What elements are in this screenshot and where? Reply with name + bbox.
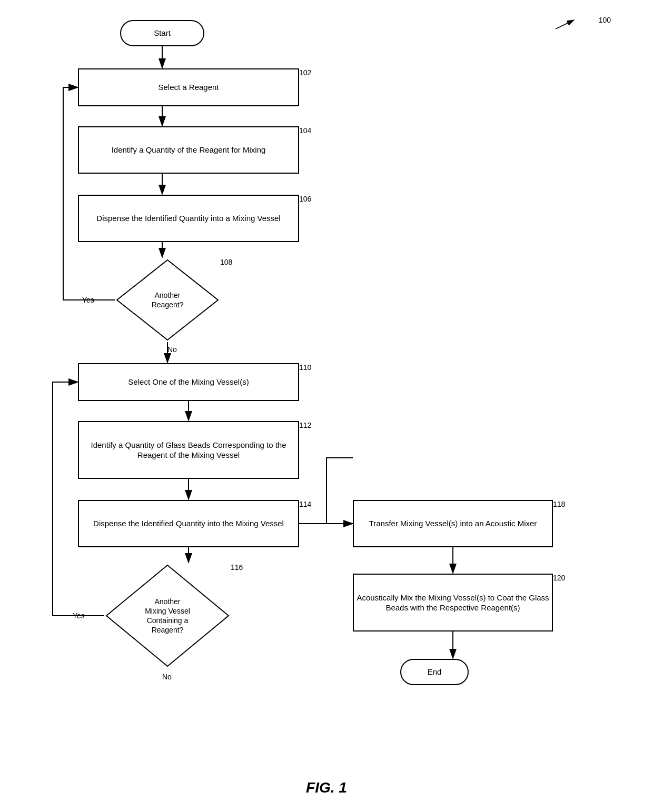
step-112: Identify a Quantity of Glass Beads Corre… — [78, 421, 299, 479]
step-102-id: 102 — [299, 68, 311, 77]
step-120: Acoustically Mix the Mixing Vessel(s) to… — [353, 574, 553, 631]
end-label: End — [428, 667, 442, 677]
diamond-116-label: AnotherMixing VesselContaining aReagent? — [145, 597, 190, 635]
step-106: Dispense the Identified Quantity into a … — [78, 195, 299, 242]
step-118-id: 118 — [553, 500, 565, 508]
diamond-108-id: 108 — [220, 258, 232, 266]
end-shape: End — [400, 659, 469, 685]
step-104: Identify a Quantity of the Reagent for M… — [78, 126, 299, 174]
step-110-id: 110 — [299, 363, 311, 372]
step-112-label: Identify a Quantity of Glass Beads Corre… — [79, 440, 298, 460]
diamond-108: AnotherReagent? — [115, 258, 220, 342]
step-114-id: 114 — [299, 500, 311, 508]
step-118-label: Transfer Mixing Vessel(s) into an Acoust… — [369, 518, 537, 529]
diamond-108-label: AnotherReagent? — [152, 290, 184, 309]
diamond-116-id: 116 — [231, 563, 243, 572]
step-114-label: Dispense the Identified Quantity into th… — [93, 518, 284, 529]
step-110-label: Select One of the Mixing Vessel(s) — [128, 377, 249, 387]
arrows-svg — [0, 0, 653, 812]
diagram-container: 100 Start Select a Reagent 102 Identify … — [0, 0, 653, 812]
step-120-label: Acoustically Mix the Mixing Vessel(s) to… — [354, 593, 552, 613]
no-label-116: No — [162, 673, 172, 681]
step-104-id: 104 — [299, 126, 311, 135]
step-102-label: Select a Reagent — [158, 82, 219, 93]
step-104-label: Identify a Quantity of the Reagent for M… — [112, 145, 266, 155]
step-114: Dispense the Identified Quantity into th… — [78, 500, 299, 547]
diamond-116: AnotherMixing VesselContaining aReagent? — [104, 563, 231, 668]
figure-number: 100 — [599, 16, 611, 24]
step-120-id: 120 — [553, 574, 565, 582]
step-102: Select a Reagent — [78, 68, 299, 106]
figure-label: FIG. 1 — [306, 779, 347, 796]
start-shape: Start — [120, 20, 204, 46]
no-label-108: No — [167, 345, 177, 354]
step-106-label: Dispense the Identified Quantity into a … — [96, 213, 280, 224]
step-118: Transfer Mixing Vessel(s) into an Acoust… — [353, 500, 553, 547]
start-label: Start — [154, 28, 171, 38]
step-112-id: 112 — [299, 421, 311, 429]
yes-label-116: Yes — [73, 611, 85, 620]
step-110: Select One of the Mixing Vessel(s) — [78, 363, 299, 401]
step-106-id: 106 — [299, 195, 311, 203]
yes-label-108: Yes — [82, 296, 94, 304]
svg-line-14 — [556, 20, 574, 29]
